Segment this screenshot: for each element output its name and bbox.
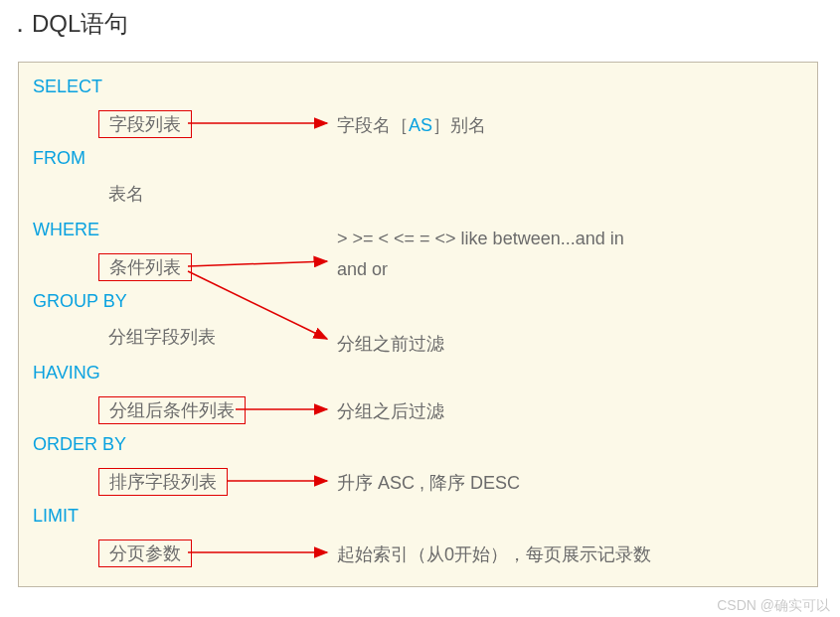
kw-select: SELECT	[33, 77, 102, 97]
dql-panel: SELECT 字段列表 字段名［AS］别名 FROM 表名 WHERE 条件列表…	[18, 62, 818, 587]
kw-limit: LIMIT	[33, 506, 79, 527]
box-where-cond: 条件列表	[98, 253, 192, 281]
desc-orderby: 升序 ASC , 降序 DESC	[337, 468, 520, 499]
page-title: ．DQL语句	[8, 8, 128, 40]
txt: ］别名	[432, 115, 486, 135]
box-select-fields: 字段列表	[98, 110, 192, 138]
kw-from: FROM	[33, 148, 85, 169]
kw-groupby: GROUP BY	[33, 291, 127, 312]
desc-select: 字段名［AS］别名	[337, 110, 486, 141]
desc-where-extra: 分组之前过滤	[337, 329, 444, 360]
desc-where: > >= < <= = <> like between...and in and…	[337, 224, 624, 284]
desc-having: 分组之后过滤	[337, 396, 444, 427]
desc-where-line1: > >= < <= = <> like between...and in	[337, 224, 624, 254]
txt-groupby-fields: 分组字段列表	[108, 325, 216, 349]
box-orderby-fields: 排序字段列表	[98, 468, 228, 496]
kw-as: AS	[409, 115, 432, 135]
box-limit-params: 分页参数	[98, 540, 192, 567]
kw-where: WHERE	[33, 220, 99, 240]
box-having-cond: 分组后条件列表	[98, 396, 246, 424]
watermark: CSDN @确实可以	[717, 597, 830, 615]
svg-line-1	[188, 261, 327, 266]
txt: 字段名［	[337, 115, 409, 135]
desc-where-line2: and or	[337, 254, 624, 285]
kw-orderby: ORDER BY	[33, 434, 126, 455]
kw-having: HAVING	[33, 363, 100, 384]
desc-limit: 起始索引（从0开始），每页展示记录数	[337, 540, 651, 570]
txt-from-table: 表名	[108, 182, 144, 206]
